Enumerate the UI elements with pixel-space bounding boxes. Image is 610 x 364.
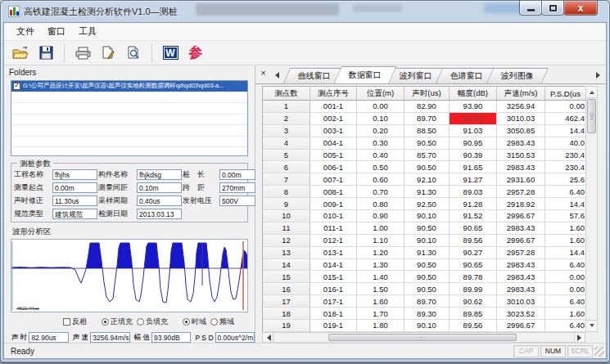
column-header[interactable]: P.S.D(us [545,87,586,101]
column-header[interactable]: 位置(m) [357,87,404,101]
tab[interactable]: 波列图像 [486,68,549,83]
cell-point-id: 015-1 [310,271,357,283]
column-header[interactable]: 幅度(dB) [450,87,497,101]
table-row[interactable]: 11 011-1 1.00 90.50 90.65 2983.43 1.60 [263,222,585,235]
scroll-right-button[interactable] [574,333,585,342]
table-row[interactable]: 7 007-1 0.60 92.10 91.27 2931.60 25.6 [263,173,585,186]
waveform-plot [11,240,247,312]
file-list[interactable]: G:\公司产品设计开发\超声仪器\超声仪实地检测数据调样qd\qd03\qd03… [11,80,248,157]
table-row[interactable]: 18 018-1 1.70 89.30 89.85 3023.52 1.60 [263,308,585,320]
param-value[interactable]: 0.40us [137,195,182,206]
cell-velocity: 2983.43 [497,271,545,283]
tab-scroll-right-button[interactable] [594,69,604,81]
readout-value[interactable]: 0.00us^2/m [215,332,255,343]
cell-sound-time: 89.70 [404,113,450,125]
param-value[interactable]: 11.30us [52,195,97,206]
table-row[interactable]: 4 004-1 0.30 90.50 90.95 2983.43 40.0 [263,137,585,150]
time-domain-radio[interactable]: 时域 [183,317,206,327]
column-header[interactable]: 测点序号 [310,87,357,101]
table-row[interactable]: 14 014-1 1.30 90.50 90.65 2983.43 6.40 [263,259,585,272]
table-row[interactable]: 15 015-1 1.40 90.50 89.78 2983.43 0.00 [263,271,585,283]
table-row[interactable]: 10 010-1 0.90 90.10 91.52 2996.67 57.6 [263,210,585,222]
scroll-down-button[interactable] [586,320,597,331]
cell-point-count: 4 [263,137,310,150]
vertical-scroll-thumb[interactable] [587,99,596,133]
param-value[interactable]: fhjkdsg [137,169,182,180]
cell-position: 1.00 [357,222,404,235]
param-value[interactable]: 270mm [219,182,255,193]
param-value[interactable]: 0.00m [52,182,97,193]
readout-value[interactable]: 3256.94m/s [90,332,129,343]
table-row[interactable]: 5 005-1 0.40 85.70 90.39 3150.53 230.4 [263,150,585,162]
column-header[interactable]: 测点数 [263,87,310,101]
readout-value[interactable]: 93.90dB [151,332,191,343]
print-button[interactable] [73,43,93,63]
print-preview-button[interactable] [124,43,143,63]
menu-item[interactable]: 窗口 [41,24,72,39]
scroll-up-button[interactable] [586,87,597,98]
readout-value[interactable]: 82.90us [29,332,68,343]
cell-point-count: 17 [263,295,310,308]
table-row[interactable]: 6 006-1 0.50 90.50 91.65 2983.43 230.4 [263,161,585,173]
fill-positive-radio[interactable]: 正填充 [102,317,133,327]
cell-point-count: 8 [263,186,310,198]
param-value[interactable]: 2013.03.13 [137,209,182,219]
file-list-item[interactable]: G:\公司产品设计开发\超声仪器\超声仪实地检测数据调样qd\qd03\qd03… [11,81,247,92]
invert-checkbox[interactable]: 反相 [63,317,87,327]
cell-point-count: 7 [263,173,310,186]
save-button[interactable] [36,43,56,63]
cell-amplitude: 90.62 [450,295,497,308]
cell-amplitude: 89.56 [450,235,497,247]
table-row[interactable]: 2 002-1 0.10 89.70 86.80 3010.03 462.4 [263,113,585,125]
file-checkbox[interactable] [13,83,20,90]
horizontal-scrollbar[interactable] [262,332,585,343]
table-row[interactable]: 3 003-1 0.20 88.50 91.03 3050.85 14.4 [263,125,585,137]
cell-position: 1.50 [357,283,404,295]
maximize-button[interactable] [541,1,564,16]
param-value[interactable]: fhjhs [52,169,97,180]
menu-item[interactable]: 工具 [72,24,103,39]
table-row[interactable]: 9 009-1 0.80 92.50 91.28 2918.92 14.4 [263,198,585,210]
table-row[interactable]: 8 008-1 0.70 91.30 89.03 2957.28 6.40 [263,186,585,198]
param-value[interactable]: 建筑规范 [52,209,97,219]
page-setup-button[interactable] [98,43,118,63]
vertical-scrollbar[interactable] [585,86,598,332]
fill-negative-radio[interactable]: 负填充 [137,317,168,327]
close-pane-button[interactable] [258,68,269,79]
menu-item[interactable]: 文件 [10,24,41,39]
folders-title: Folders [9,68,36,77]
horizontal-scroll-thumb[interactable] [328,334,517,341]
cell-psd: 0.00 [545,101,586,113]
table-row[interactable]: 12 012-1 1.10 90.10 89.56 2996.67 1.60 [263,235,585,247]
table-row[interactable]: 19 019-1 1.80 90.10 89.56 2996.67 6.40 [263,320,585,332]
cell-psd: 462.4 [545,113,586,125]
word-export-button[interactable]: W [160,43,180,63]
minimize-button[interactable] [519,1,542,16]
param-value[interactable]: 0.10m [137,182,182,193]
waveform-canvas[interactable]: 4821.44us [11,239,248,312]
table-row[interactable]: 17 017-1 1.60 89.70 90.62 3010.03 6.40 [263,295,585,308]
table-row[interactable]: 13 013-1 1.20 91.30 90.27 2957.28 14.4 [263,247,585,259]
caption-buttons: x [520,1,598,16]
word-icon: W [163,46,178,60]
cell-point-count: 19 [263,320,310,332]
cell-position: 0.20 [357,125,404,137]
freq-domain-radio[interactable]: 频域 [210,317,234,327]
scroll-left-button[interactable] [263,333,273,342]
tab-scroll-left-button[interactable] [271,69,282,81]
cell-position: 0.10 [357,113,404,125]
table-row[interactable]: 1 001-1 0.00 82.90 93.90 3256.94 0.00 [263,101,585,113]
resize-grip[interactable] [594,347,604,357]
left-arrow-icon [272,72,279,79]
title-bar[interactable]: 高铁建混凝土检测分析软件V1.0—测桩 x [1,1,609,22]
open-button[interactable] [11,43,30,63]
tab[interactable]: 数据窗口 [333,66,396,83]
column-header[interactable]: 声速(m/s) [497,87,545,101]
close-button[interactable]: x [563,1,598,16]
column-header[interactable]: 声时(us) [404,87,450,101]
table-row[interactable]: 16 016-1 1.50 90.50 89.99 2983.43 0.00 [263,283,585,295]
param-value[interactable]: 500V [219,195,255,206]
param-value[interactable]: 0.00m [219,169,255,180]
cell-psd: 14.4 [545,125,586,137]
parameters-button[interactable]: 参 [186,43,206,63]
